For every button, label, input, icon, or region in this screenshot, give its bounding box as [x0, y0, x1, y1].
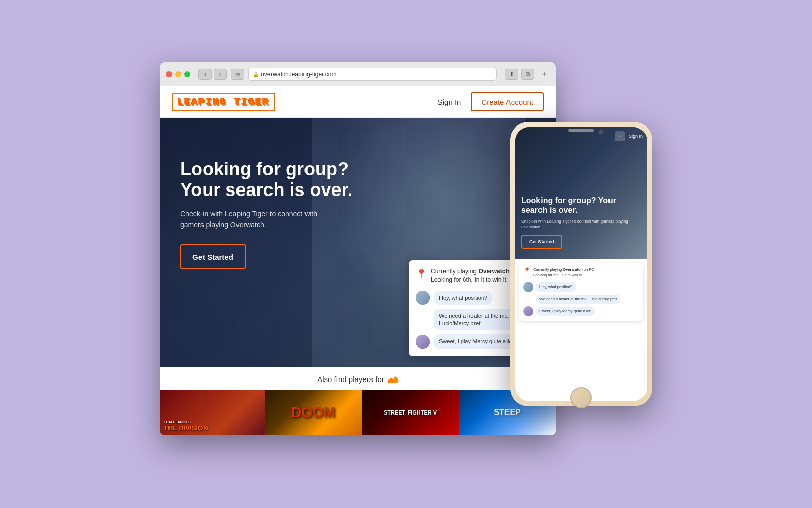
game-thumbnail-doom[interactable]: DOOM — [265, 390, 362, 435]
traffic-lights — [166, 71, 190, 77]
steep-label: STEEP — [494, 408, 520, 417]
avatar-1 — [416, 291, 430, 305]
phone-chat-messages: Hey, what position? We need a healer at … — [523, 282, 639, 316]
hero-subtext: Check-in with Leaping Tiger to connect w… — [180, 209, 343, 230]
phone-screen: 🎮 Sign In Looking for group? Your search… — [515, 127, 647, 401]
phone-avatar-1 — [523, 282, 533, 292]
phone-get-started-button[interactable]: Get Started — [521, 235, 562, 249]
forward-button[interactable]: › — [214, 69, 227, 80]
also-find-header: Also find players for — [160, 375, 556, 384]
browser-chrome: ‹ › ⊞ 🔒 overwatch.leaping-tiger.com ⬆ ⧉ … — [160, 62, 556, 86]
phone-mockup: 🎮 Sign In Looking for group? Your search… — [510, 122, 652, 406]
hero-headline: Looking for group?Your search is over. — [180, 158, 383, 201]
phone-chat-msg-2: We need a healer at the mo, Lucio/Mercy … — [523, 295, 639, 304]
phone-header: 🎮 Sign In — [615, 131, 643, 141]
address-bar[interactable]: 🔒 overwatch.leaping-tiger.com — [248, 68, 497, 81]
phone-sign-in-label[interactable]: Sign In — [629, 134, 643, 139]
phone-logo-icon: 🎮 — [615, 131, 625, 141]
phone-bubble-1: Hey, what position? — [536, 282, 576, 292]
share-button[interactable]: ⬆ — [505, 69, 518, 80]
phone-bubble-2: We need a healer at the mo, Lucio/Mercy … — [536, 295, 620, 304]
phone-chat-msg-1: Hey, what position? — [523, 282, 639, 292]
phone-chat-status: 📍 Currently playing Overwatch on PC Look… — [523, 267, 639, 278]
doom-label: DOOM — [291, 404, 335, 421]
phone-home-button[interactable] — [570, 387, 592, 408]
location-pin-icon: 📍 — [416, 268, 427, 279]
hero-content: Looking for group?Your search is over. C… — [160, 118, 403, 290]
browser-actions: ⬆ ⧉ — [505, 69, 534, 80]
get-started-button[interactable]: Get Started — [180, 244, 246, 269]
sf5-label: STREET FIGHTER V — [384, 409, 437, 416]
maximize-button[interactable] — [184, 71, 190, 77]
phone-hero-section: 🎮 Sign In Looking for group? Your search… — [515, 127, 647, 259]
close-button[interactable] — [166, 71, 172, 77]
site-logo: LEAPING TIGER — [172, 93, 275, 111]
reader-view-button[interactable]: ⊞ — [231, 69, 244, 80]
phone-subtext: Check-in with Leaping Tiger to connect w… — [521, 218, 641, 230]
phone-frame: 🎮 Sign In Looking for group? Your search… — [510, 122, 652, 406]
phone-speaker — [568, 129, 594, 132]
message-bubble-3: Sweet, I play Mercy quite a lot! — [434, 334, 520, 348]
lock-icon: 🔒 — [253, 72, 259, 77]
new-tab-square-button[interactable]: ⧉ — [521, 69, 534, 80]
header-nav: Sign In Create Account — [437, 92, 544, 111]
phone-headline: Looking for group? Your search is over. — [521, 196, 641, 215]
site-header: LEAPING TIGER Sign In Create Account — [160, 86, 556, 118]
game-thumbnails: TOM CLANCY'S THE DIVISION DOOM STREET FI… — [160, 390, 556, 435]
division-logo: TOM CLANCY'S THE DIVISION — [164, 420, 208, 432]
game-thumbnail-division[interactable]: TOM CLANCY'S THE DIVISION — [160, 390, 265, 435]
phone-location-pin-icon: 📍 — [523, 267, 531, 274]
phone-camera — [599, 130, 603, 134]
avatar-3 — [416, 335, 430, 349]
minimize-button[interactable] — [175, 71, 181, 77]
phone-avatar-3 — [523, 306, 533, 316]
nav-buttons: ‹ › — [198, 69, 227, 80]
game-thumbnail-sf5[interactable]: STREET FIGHTER V — [362, 390, 459, 435]
phone-bubble-3: Sweet, I play Mercy quite a lot! — [536, 307, 595, 316]
hero-section: Looking for group?Your search is over. C… — [160, 118, 556, 367]
phone-chat-section: 📍 Currently playing Overwatch on PC Look… — [515, 259, 647, 329]
new-tab-button[interactable]: + — [538, 69, 550, 80]
phone-hero-content: Looking for group? Your search is over. … — [521, 196, 641, 249]
phone-chat-status-text: Currently playing Overwatch on PC Lookin… — [533, 267, 594, 278]
also-find-section: Also find players for TOM CLANCY'S THE D… — [160, 367, 556, 435]
url-text: overwatch.leaping-tiger.com — [261, 71, 336, 78]
browser-window: ‹ › ⊞ 🔒 overwatch.leaping-tiger.com ⬆ ⧉ … — [160, 62, 556, 435]
create-account-button[interactable]: Create Account — [471, 92, 544, 111]
trending-icon — [388, 376, 398, 383]
back-button[interactable]: ‹ — [198, 69, 212, 80]
website-content: LEAPING TIGER Sign In Create Account Loo… — [160, 86, 556, 435]
phone-chat-msg-3: Sweet, I play Mercy quite a lot! — [523, 306, 639, 316]
sign-in-link[interactable]: Sign In — [437, 98, 461, 106]
message-bubble-1: Hey, what position? — [434, 291, 492, 305]
phone-chat-panel: 📍 Currently playing Overwatch on PC Look… — [519, 263, 643, 321]
